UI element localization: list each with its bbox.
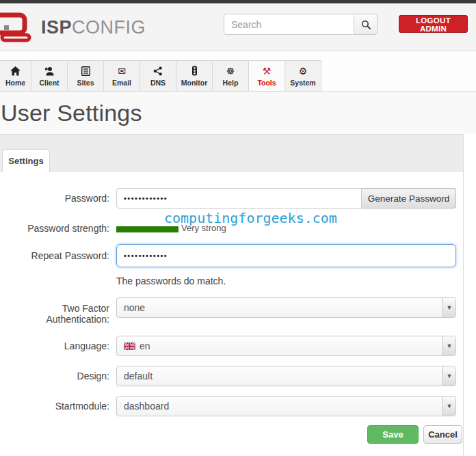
nav-label-dns: DNS bbox=[150, 79, 166, 87]
nav-tab-email[interactable]: ✉ Email bbox=[104, 60, 140, 92]
header: ISPCONFIG LOGOUT ADMIN bbox=[0, 3, 476, 51]
password-input[interactable] bbox=[116, 188, 362, 209]
password-strength-text: Very strong bbox=[181, 223, 226, 234]
startmodule-select[interactable]: dashboard ▼ bbox=[116, 396, 456, 416]
nav-label-monitor: Monitor bbox=[181, 79, 208, 87]
nav-label-client: Client bbox=[39, 79, 59, 87]
help-icon: ☸ bbox=[226, 66, 235, 77]
startmodule-value: dashboard bbox=[124, 397, 169, 416]
design-row: Design: default ▼ bbox=[0, 366, 463, 386]
password-strength-bar bbox=[116, 226, 178, 232]
repeat-password-label: Repeat Password: bbox=[0, 244, 116, 267]
language-value: en bbox=[140, 336, 150, 356]
tab-settings[interactable]: Settings bbox=[2, 149, 50, 173]
search-button[interactable] bbox=[354, 14, 378, 35]
password-match-row: The passwords do match. bbox=[0, 275, 463, 287]
save-button[interactable]: Save bbox=[367, 425, 419, 444]
two-factor-row: Two Factor Authentication: none ▼ bbox=[0, 297, 463, 325]
monitor-icon bbox=[191, 66, 198, 77]
password-label: Password: bbox=[0, 188, 116, 209]
password-match-message: The passwords do match. bbox=[116, 276, 226, 286]
nav-label-sites: Sites bbox=[77, 79, 94, 87]
chevron-down-icon: ▼ bbox=[442, 336, 455, 356]
brand-text-light: CONFIG bbox=[72, 17, 146, 38]
uk-flag-icon bbox=[124, 343, 135, 350]
design-label: Design: bbox=[0, 366, 116, 386]
chevron-down-icon: ▼ bbox=[442, 366, 455, 386]
search-input[interactable] bbox=[224, 14, 354, 35]
password-row: Password: Generate Password bbox=[0, 188, 463, 209]
two-factor-value: none bbox=[124, 298, 145, 317]
password-strength-label: Password strength: bbox=[0, 223, 116, 234]
two-factor-select[interactable]: none ▼ bbox=[116, 297, 456, 318]
email-icon: ✉ bbox=[118, 66, 126, 77]
language-select[interactable]: en ▼ bbox=[116, 336, 456, 356]
nav-tab-home[interactable]: Home bbox=[0, 60, 31, 92]
nav-tab-monitor[interactable]: Monitor bbox=[176, 60, 213, 92]
home-icon bbox=[10, 66, 21, 77]
magnifier-icon bbox=[361, 20, 371, 29]
chevron-down-icon: ▼ bbox=[442, 298, 455, 317]
page-heading-area: User Settings bbox=[0, 92, 476, 134]
main-navigation: Home Client Sites ✉ Email DNS bbox=[0, 51, 476, 92]
password-strength-row: Password strength: Very strong bbox=[0, 223, 463, 234]
search-group bbox=[224, 14, 378, 35]
nav-label-help: Help bbox=[223, 79, 239, 87]
repeat-password-row: Repeat Password: bbox=[0, 244, 463, 267]
system-icon: ⚙ bbox=[299, 66, 308, 77]
nav-tab-client[interactable]: Client bbox=[31, 60, 68, 92]
nav-tab-tools[interactable]: ⚒ Tools bbox=[249, 60, 285, 92]
dns-icon bbox=[153, 66, 163, 77]
two-factor-label: Two Factor Authentication: bbox=[0, 297, 116, 325]
chevron-down-icon: ▼ bbox=[442, 397, 455, 416]
brand-text-bold: ISP bbox=[41, 17, 72, 38]
startmodule-label: Startmodule: bbox=[0, 396, 116, 416]
sites-icon bbox=[81, 66, 90, 77]
nav-label-home: Home bbox=[5, 79, 25, 87]
design-select[interactable]: default ▼ bbox=[116, 366, 456, 386]
nav-label-email: Email bbox=[112, 79, 131, 87]
nav-label-tools: Tools bbox=[257, 79, 276, 87]
startmodule-row: Startmodule: dashboard ▼ bbox=[0, 396, 463, 416]
generate-password-button[interactable]: Generate Password bbox=[362, 188, 456, 209]
content-container: Settings computingforgeeks.com Password:… bbox=[0, 134, 464, 456]
cancel-button[interactable]: Cancel bbox=[423, 425, 462, 444]
tools-icon: ⚒ bbox=[263, 66, 272, 77]
nav-label-system: System bbox=[290, 79, 315, 87]
nav-tab-help[interactable]: ☸ Help bbox=[213, 60, 249, 92]
language-label: Language: bbox=[0, 336, 116, 356]
nav-tab-dns[interactable]: DNS bbox=[140, 60, 176, 92]
nav-tab-sites[interactable]: Sites bbox=[68, 60, 104, 92]
brand-text: ISPCONFIG bbox=[41, 17, 146, 38]
design-value: default bbox=[124, 366, 153, 386]
page-title: User Settings bbox=[1, 100, 142, 126]
brand: ISPCONFIG bbox=[0, 12, 146, 43]
client-icon bbox=[44, 66, 55, 77]
sub-tabbar: Settings bbox=[0, 134, 463, 172]
nav-tab-system[interactable]: ⚙ System bbox=[285, 60, 321, 92]
form-actions: Save Cancel bbox=[0, 425, 463, 444]
ispconfig-logo-icon bbox=[0, 12, 38, 43]
logout-admin-button[interactable]: LOGOUT ADMIN bbox=[399, 15, 468, 33]
settings-form: computingforgeeks.com Password: Generate… bbox=[0, 172, 463, 444]
repeat-password-input[interactable] bbox=[116, 244, 456, 267]
language-row: Language: en bbox=[0, 336, 463, 356]
